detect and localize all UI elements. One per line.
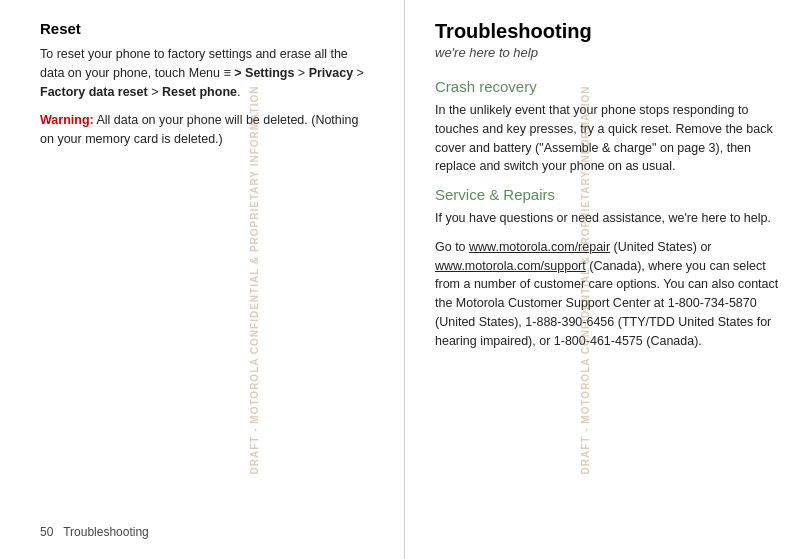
arrow-3: >: [151, 85, 162, 99]
arrow-2: >: [357, 66, 364, 80]
period: .: [237, 85, 240, 99]
reset-paragraph: To reset your phone to factory settings …: [40, 45, 374, 101]
warning-paragraph: Warning: All data on your phone will be …: [40, 111, 374, 149]
page-container: Reset To reset your phone to factory set…: [0, 0, 810, 559]
privacy-text: Privacy: [309, 66, 353, 80]
reset-phone-text: Reset phone: [162, 85, 237, 99]
service-repairs-heading: Service & Repairs: [435, 186, 780, 203]
page-number: 50: [40, 525, 53, 539]
footer-page-number: 50 Troubleshooting: [40, 525, 149, 539]
repair-link[interactable]: www.motorola.com/repair: [469, 240, 610, 254]
warning-label: Warning:: [40, 113, 94, 127]
crash-recovery-paragraph: In the unlikely event that your phone st…: [435, 101, 780, 176]
troubleshooting-subtitle: we're here to help: [435, 45, 780, 60]
troubleshooting-title: Troubleshooting: [435, 20, 780, 43]
crash-recovery-heading: Crash recovery: [435, 78, 780, 95]
right-column: Troubleshooting we're here to help Crash…: [405, 0, 810, 559]
page-label: Troubleshooting: [63, 525, 149, 539]
support-link[interactable]: www.motorola.com/support: [435, 259, 586, 273]
settings-text: > Settings: [234, 66, 294, 80]
arrow-1: >: [298, 66, 309, 80]
left-column: Reset To reset your phone to factory set…: [0, 0, 405, 559]
menu-icon-inline: ≡: [223, 66, 230, 80]
reset-title: Reset: [40, 20, 374, 37]
factory-reset-text: Factory data reset: [40, 85, 148, 99]
service-links-paragraph: Go to www.motorola.com/repair (United St…: [435, 238, 780, 351]
service-intro-paragraph: If you have questions or need assistance…: [435, 209, 780, 228]
go-to-text: Go to: [435, 240, 469, 254]
or-text: (United States) or: [610, 240, 711, 254]
